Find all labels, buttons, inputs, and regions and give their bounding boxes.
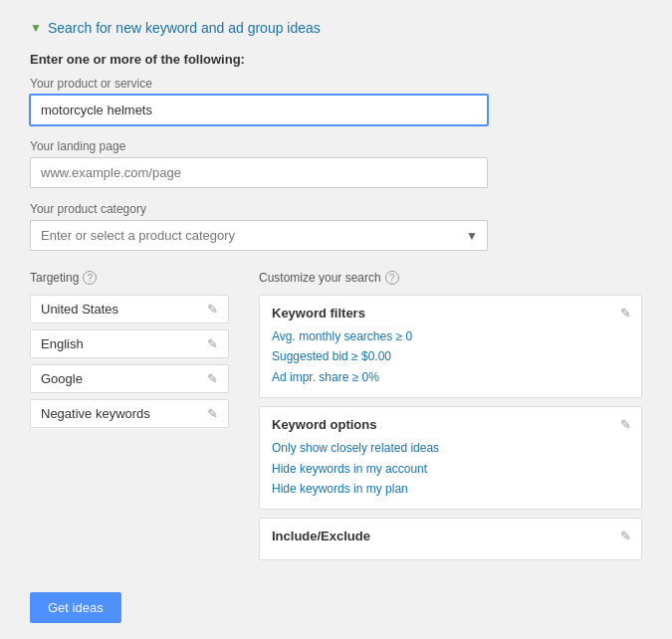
- keyword-filters-box: Keyword filters ✎ Avg. monthly searches …: [259, 295, 642, 398]
- keyword-option-line-1: Only show closely related ideas: [272, 438, 629, 458]
- keyword-filter-line-2: Suggested bid ≥ $0.00: [272, 346, 629, 366]
- landing-label: Your landing page: [30, 139, 488, 153]
- targeting-negative-label: Negative keywords: [41, 406, 150, 421]
- include-exclude-box: Include/Exclude ✎: [259, 518, 642, 560]
- collapse-arrow-icon[interactable]: ▼: [30, 21, 42, 35]
- category-field-group: Your product category ▼: [30, 202, 488, 251]
- targeting-english-edit-icon[interactable]: ✎: [207, 336, 218, 351]
- section-header: ▼ Search for new keyword and ad group id…: [30, 20, 642, 36]
- targeting-negative-edit-icon[interactable]: ✎: [207, 406, 218, 421]
- targeting-panel: Targeting ? United States ✎ English ✎ Go…: [30, 271, 229, 568]
- targeting-us-label: United States: [41, 302, 118, 317]
- customize-title: Customize your search ?: [259, 271, 642, 285]
- targeting-item-negative[interactable]: Negative keywords ✎: [30, 399, 229, 428]
- product-label: Your product or service: [30, 77, 488, 91]
- targeting-google-label: Google: [41, 371, 83, 386]
- keyword-filters-edit-icon[interactable]: ✎: [620, 306, 631, 320]
- form-instruction: Enter one or more of the following:: [30, 52, 642, 67]
- keyword-option-line-3: Hide keywords in my plan: [272, 479, 629, 499]
- include-exclude-edit-icon[interactable]: ✎: [620, 529, 631, 543]
- targeting-title: Targeting ?: [30, 271, 229, 285]
- category-label: Your product category: [30, 202, 488, 216]
- targeting-item-google[interactable]: Google ✎: [30, 364, 229, 393]
- keyword-filter-line-1: Avg. monthly searches ≥ 0: [272, 326, 629, 346]
- category-input[interactable]: [30, 220, 488, 251]
- targeting-us-edit-icon[interactable]: ✎: [207, 302, 218, 317]
- landing-input[interactable]: [30, 157, 488, 188]
- keyword-options-edit-icon[interactable]: ✎: [620, 417, 631, 432]
- targeting-item-us[interactable]: United States ✎: [30, 295, 229, 323]
- customize-help-icon[interactable]: ?: [385, 271, 399, 285]
- targeting-item-english[interactable]: English ✎: [30, 329, 229, 358]
- keyword-option-line-2: Hide keywords in my account: [272, 459, 629, 479]
- keyword-options-content: Only show closely related ideas Hide key…: [272, 438, 629, 499]
- targeting-english-label: English: [41, 336, 84, 351]
- product-input[interactable]: [30, 95, 488, 125]
- get-ideas-button[interactable]: Get ideas: [30, 592, 121, 623]
- landing-field-group: Your landing page: [30, 139, 488, 188]
- category-select-wrapper: ▼: [30, 220, 488, 251]
- product-field-group: Your product or service: [30, 77, 488, 125]
- keyword-options-box: Keyword options ✎ Only show closely rela…: [259, 406, 642, 510]
- keyword-filter-line-3: Ad impr. share ≥ 0%: [272, 367, 629, 387]
- keyword-filters-content: Avg. monthly searches ≥ 0 Suggested bid …: [272, 326, 629, 387]
- section-title: Search for new keyword and ad group idea…: [48, 20, 321, 36]
- customize-panel: Customize your search ? Keyword filters …: [259, 271, 642, 568]
- targeting-help-icon[interactable]: ?: [83, 271, 97, 285]
- keyword-options-title: Keyword options: [272, 417, 629, 432]
- keyword-filters-title: Keyword filters: [272, 306, 629, 320]
- targeting-customize-section: Targeting ? United States ✎ English ✎ Go…: [30, 271, 642, 568]
- include-exclude-title: Include/Exclude: [272, 529, 629, 543]
- keyword-form: Enter one or more of the following: Your…: [30, 52, 642, 251]
- targeting-google-edit-icon[interactable]: ✎: [207, 371, 218, 386]
